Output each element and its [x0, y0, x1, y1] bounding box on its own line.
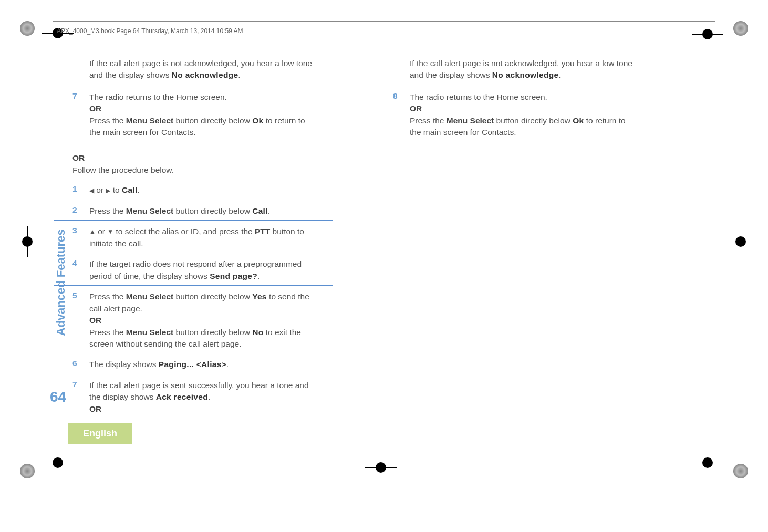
- step-6: 6 The display shows Paging... <Alias>.: [54, 356, 333, 374]
- step-number: 8: [393, 91, 403, 139]
- arrow-left-icon: ◀: [89, 186, 94, 195]
- text: button directly below: [173, 328, 252, 337]
- display-text: Ok: [252, 116, 263, 125]
- step-body: If the call alert page is sent successfu…: [83, 380, 333, 415]
- step-body: If the target radio does not respond aft…: [83, 258, 333, 282]
- text: Press the: [89, 116, 126, 125]
- step-number: 7: [72, 380, 83, 415]
- step-body: Press the Menu Select button directly be…: [83, 205, 333, 217]
- text: Press the: [89, 206, 126, 215]
- header-text: APX_4000_M3.book Page 64 Thursday, March…: [57, 27, 243, 35]
- display-text: Send page?: [210, 272, 257, 280]
- step-7: 7 The radio returns to the Home screen. …: [54, 88, 333, 142]
- text: to select the alias or ID, and press the: [113, 227, 255, 236]
- step-body: ◀ or ▶ to Call.: [83, 184, 333, 196]
- display-text: Ack received: [156, 392, 208, 401]
- step-number: 1: [72, 184, 83, 196]
- bold-text: Menu Select: [126, 116, 173, 125]
- or-text: OR: [89, 404, 101, 413]
- crosshair-bottom: [365, 452, 397, 483]
- step-number: 5: [72, 291, 83, 350]
- text: The radio returns to the Home screen.: [89, 92, 227, 101]
- or-text: OR: [72, 153, 85, 162]
- reg-mark-bl: [19, 463, 36, 479]
- display-text: Call: [122, 185, 138, 194]
- step-number: 2: [72, 205, 83, 217]
- bold-text: Menu Select: [126, 328, 173, 337]
- text: The radio returns to the Home screen.: [410, 92, 547, 101]
- text: .: [226, 360, 229, 369]
- step-2: 2 Press the Menu Select button directly …: [54, 202, 333, 221]
- step-body: The radio returns to the Home screen. OR…: [403, 91, 653, 139]
- text: Press the: [410, 116, 447, 125]
- text: Follow the procedure below.: [72, 165, 174, 174]
- step-number: 4: [72, 258, 83, 282]
- or-text: OR: [410, 104, 422, 113]
- text: to: [110, 185, 122, 194]
- text: button directly below: [173, 206, 252, 215]
- step-8: 8 The radio returns to the Home screen. …: [375, 88, 653, 142]
- step-1: 1 ◀ or ▶ to Call.: [54, 181, 333, 200]
- reg-mark-tr: [732, 20, 749, 37]
- text: Press the: [89, 292, 126, 301]
- bold-text: PTT: [255, 227, 270, 236]
- content-area: If the call alert page is not acknowledg…: [54, 58, 736, 420]
- display-text: No acknowledge: [172, 70, 238, 79]
- display-text: Call: [252, 206, 268, 215]
- crosshair-bottom-left: [42, 447, 74, 478]
- text: The display shows: [89, 360, 159, 369]
- step-5: 5 Press the Menu Select button directly …: [54, 288, 333, 353]
- step-body: The radio returns to the Home screen. OR…: [83, 91, 333, 139]
- bold-text: Menu Select: [126, 206, 173, 215]
- display-text: Ok: [573, 116, 584, 125]
- text: button directly below: [173, 292, 252, 301]
- crosshair-bottom-right: [692, 447, 723, 478]
- text: .: [257, 272, 260, 280]
- left-column: If the call alert page is not acknowledg…: [54, 58, 333, 420]
- reg-mark-br: [732, 463, 749, 479]
- text: .: [558, 70, 561, 79]
- display-text: Yes: [252, 292, 267, 301]
- step-number: 7: [72, 91, 83, 139]
- display-text: No acknowledge: [492, 70, 559, 79]
- right-column: If the call alert page is not acknowledg…: [375, 58, 653, 420]
- step-number: 3: [72, 226, 83, 249]
- step-body: ▲ or ▼ to select the alias or ID, and pr…: [83, 226, 333, 249]
- or-text: OR: [89, 316, 101, 325]
- bold-text: Menu Select: [126, 292, 173, 301]
- text: .: [138, 185, 140, 194]
- arrow-up-icon: ▲: [89, 227, 96, 236]
- display-text: No: [252, 328, 263, 337]
- text: .: [268, 206, 270, 215]
- or-section: OR Follow the procedure below.: [72, 152, 333, 176]
- language-label: English: [68, 423, 132, 444]
- step-7b: 7 If the call alert page is sent success…: [54, 377, 333, 418]
- text: button directly below: [173, 116, 252, 125]
- text: Press the: [89, 328, 126, 337]
- text: or: [94, 185, 106, 194]
- step-body: Press the Menu Select button directly be…: [83, 291, 333, 350]
- reg-mark-tl: [19, 20, 36, 37]
- or-text: OR: [89, 104, 101, 113]
- continuation-text: If the call alert page is not acknowledg…: [89, 58, 333, 86]
- continuation-text: If the call alert page is not acknowledg…: [410, 58, 653, 86]
- header-rule: [53, 21, 715, 22]
- text: .: [238, 70, 240, 79]
- step-4: 4 If the target radio does not respond a…: [54, 255, 333, 286]
- crosshair-top-right: [692, 18, 723, 50]
- text: or: [96, 227, 107, 236]
- step-3: 3 ▲ or ▼ to select the alias or ID, and …: [54, 223, 333, 253]
- step-number: 6: [72, 359, 83, 370]
- step-body: The display shows Paging... <Alias>.: [83, 359, 333, 370]
- text: If the target radio does not respond aft…: [89, 259, 302, 280]
- crosshair-left: [12, 226, 43, 257]
- display-text: Paging... <Alias>: [159, 360, 226, 369]
- bold-text: Menu Select: [447, 116, 494, 125]
- text: .: [208, 392, 210, 401]
- text: button directly below: [494, 116, 573, 125]
- arrow-down-icon: ▼: [107, 227, 113, 236]
